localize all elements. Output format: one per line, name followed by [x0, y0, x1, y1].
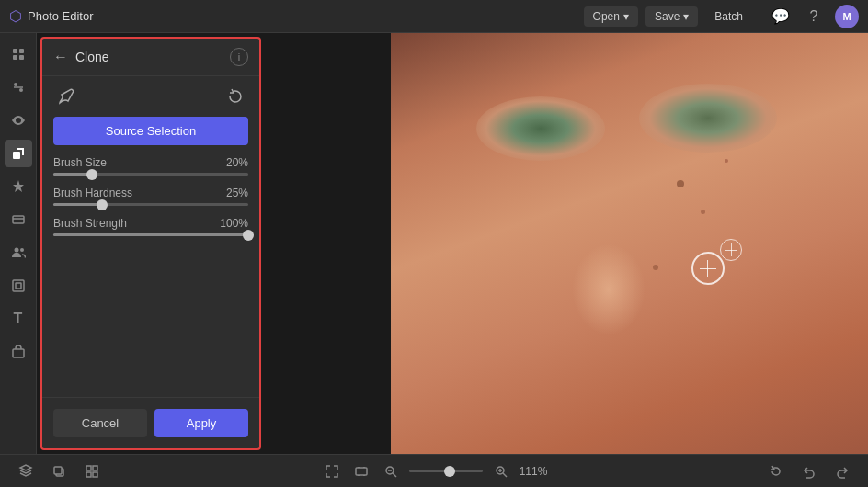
svg-rect-15: [13, 349, 24, 357]
magic-tool-button[interactable]: [5, 173, 32, 200]
adjust-tool-button[interactable]: [5, 74, 32, 101]
select-tool-button[interactable]: [5, 40, 32, 68]
brush-size-label: Brush Size: [53, 156, 107, 169]
batch-label: Batch: [714, 10, 743, 23]
canvas-background: [391, 33, 868, 454]
batch-button[interactable]: Batch: [705, 6, 752, 27]
eye-tool-button[interactable]: [5, 107, 32, 134]
back-arrow-icon: ←: [53, 49, 68, 65]
redo-icon-button[interactable]: [831, 460, 853, 482]
svg-rect-22: [356, 468, 367, 475]
svg-rect-20: [86, 472, 91, 477]
fit-icon-button[interactable]: [350, 460, 372, 482]
info-icon: i: [238, 51, 240, 62]
brush-hardness-label-row: Brush Hardness 25%: [53, 187, 248, 199]
clone-crosshair-2: [720, 239, 742, 261]
panel-title: Clone: [75, 50, 223, 64]
panel-info-button[interactable]: i: [230, 48, 248, 66]
panel-footer: Cancel Apply: [42, 397, 259, 448]
svg-rect-13: [13, 280, 24, 291]
brush-hardness-label: Brush Hardness: [53, 187, 132, 199]
open-label: Open: [593, 10, 620, 23]
frames-tool-button[interactable]: [5, 272, 32, 300]
brush-hardness-thumb[interactable]: [97, 199, 108, 210]
overlay-tool-button[interactable]: [5, 206, 32, 233]
clone-tool-button[interactable]: [5, 140, 32, 167]
svg-rect-19: [93, 466, 97, 470]
svg-rect-9: [13, 216, 24, 223]
svg-point-5: [19, 88, 23, 92]
brush-size-value: 20%: [226, 156, 248, 169]
open-button[interactable]: Open ▾: [584, 6, 638, 27]
bottombar-center: 111%: [321, 460, 548, 482]
source-selection-label: Source Selection: [106, 124, 196, 138]
apply-label: Apply: [187, 416, 217, 430]
cancel-button[interactable]: Cancel: [53, 409, 147, 437]
save-button[interactable]: Save ▾: [645, 6, 698, 27]
svg-marker-8: [13, 180, 24, 192]
zoom-thumb[interactable]: [444, 466, 455, 477]
brush-size-group: Brush Size 20%: [53, 156, 248, 176]
panel-header: ← Clone i: [42, 39, 259, 76]
clone-bottom-icon-button[interactable]: [48, 460, 70, 482]
reset-button[interactable]: [226, 87, 245, 106]
brush-mode-button[interactable]: [57, 87, 75, 106]
help-icon-button[interactable]: ?: [802, 5, 826, 28]
chat-icon-button[interactable]: 💬: [769, 5, 793, 28]
apply-button[interactable]: Apply: [154, 409, 248, 437]
panel-back-button[interactable]: ←: [53, 49, 68, 65]
brush-hardness-slider[interactable]: [53, 203, 248, 206]
canvas-area[interactable]: [391, 33, 868, 454]
rotate-left-icon-button[interactable]: [765, 460, 787, 482]
main-area: T ← Clone i: [0, 33, 868, 454]
zoom-out-icon-button[interactable]: [380, 460, 402, 482]
zoom-in-icon-button[interactable]: [490, 460, 512, 482]
brush-hardness-fill: [53, 203, 102, 206]
svg-rect-7: [13, 152, 20, 159]
svg-rect-2: [13, 55, 17, 60]
brush-size-thumb[interactable]: [86, 169, 97, 180]
topbar: ⬡ Photo Editor Open ▾ Save ▾ Batch 💬 ? M: [0, 0, 868, 33]
svg-rect-17: [54, 467, 62, 474]
app-logo: ⬡ Photo Editor: [9, 7, 94, 25]
people-tool-button[interactable]: [5, 239, 32, 266]
save-chevron-icon: ▾: [683, 10, 689, 23]
open-chevron-icon: ▾: [623, 10, 629, 23]
brush-hardness-value: 25%: [226, 187, 248, 199]
clone-panel: ← Clone i Sour: [40, 37, 261, 450]
brush-strength-group: Brush Strength 100%: [53, 217, 248, 236]
user-avatar[interactable]: M: [835, 5, 859, 28]
bottombar-left: [15, 460, 103, 482]
brush-strength-label-row: Brush Strength 100%: [53, 217, 248, 230]
app-title: Photo Editor: [28, 9, 94, 23]
text-tool-button[interactable]: T: [5, 305, 32, 333]
svg-point-4: [14, 83, 17, 86]
brush-hardness-group: Brush Hardness 25%: [53, 187, 248, 206]
source-selection-button[interactable]: Source Selection: [53, 117, 248, 145]
brush-size-slider[interactable]: [53, 173, 248, 176]
layers-icon-button[interactable]: [15, 460, 37, 482]
brush-strength-label: Brush Strength: [53, 217, 127, 230]
nose-area: [572, 244, 645, 335]
brush-size-label-row: Brush Size 20%: [53, 156, 248, 169]
panel-icon-row: [53, 87, 248, 106]
svg-rect-0: [13, 49, 17, 53]
save-label: Save: [655, 10, 680, 23]
undo-icon-button[interactable]: [798, 460, 820, 482]
zoom-slider[interactable]: [409, 470, 483, 472]
shape-tool-button[interactable]: [5, 338, 32, 366]
brush-strength-slider[interactable]: [53, 233, 248, 236]
right-eye: [639, 84, 777, 153]
svg-rect-21: [93, 472, 97, 477]
brush-strength-thumb[interactable]: [243, 230, 254, 241]
logo-icon: ⬡: [9, 7, 22, 25]
svg-point-11: [14, 248, 18, 253]
expand-icon-button[interactable]: [321, 460, 343, 482]
svg-rect-3: [19, 55, 24, 60]
brush-strength-value: 100%: [220, 217, 248, 230]
left-eye: [476, 96, 605, 161]
svg-rect-18: [86, 466, 91, 470]
grid-icon-button[interactable]: [81, 460, 103, 482]
svg-point-12: [20, 248, 24, 252]
svg-line-27: [503, 473, 507, 477]
